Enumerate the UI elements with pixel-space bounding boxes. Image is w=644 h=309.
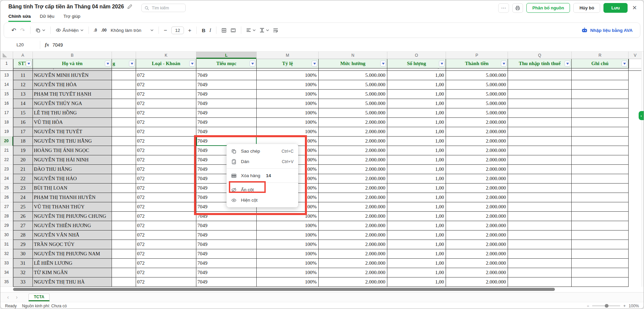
column-header-L[interactable]: L — [196, 52, 257, 59]
cell-L18[interactable]: 7049 — [196, 118, 257, 127]
cell-O34[interactable]: 1,00 — [387, 268, 446, 277]
cell-K27[interactable]: 072 — [136, 202, 196, 212]
cell-B22[interactable]: NGUYỄN THỊ HẢI NINH — [33, 155, 112, 165]
cell-P16[interactable]: 5.000.000 — [446, 99, 508, 108]
select-all-corner[interactable] — [0, 52, 13, 59]
cell-B16[interactable]: NGUYỄN THÚY NGA — [33, 99, 112, 108]
cell-K19[interactable]: 072 — [136, 127, 196, 137]
cell-Q19[interactable] — [508, 127, 572, 137]
cell-K20[interactable]: 072 — [136, 137, 196, 146]
cell-V25[interactable] — [629, 184, 642, 193]
vertical-align-button[interactable] — [260, 28, 269, 33]
cell-B28[interactable]: NGUYỄN THỊ PHƯƠNG CHUNG — [33, 212, 112, 221]
italic-button[interactable]: I — [209, 28, 211, 33]
menu-item-show-column[interactable]: Hiện cột — [227, 195, 298, 205]
cell-V34[interactable] — [629, 268, 642, 277]
cell-K22[interactable]: 072 — [136, 155, 196, 165]
row-number-20[interactable]: 20 — [0, 137, 13, 146]
rounding-dropdown[interactable]: Không làm tròn — [111, 28, 153, 33]
cell-V15[interactable] — [629, 90, 642, 99]
cell-O33[interactable]: 1,00 — [387, 259, 446, 268]
cell-Q32[interactable] — [508, 249, 572, 259]
merge-cells-button[interactable] — [231, 28, 236, 33]
cell-N32[interactable]: 2.000.000 — [319, 249, 387, 259]
cell-A23[interactable]: 21 — [13, 165, 33, 174]
row-number-28[interactable]: 28 — [0, 212, 13, 221]
cell-L16[interactable]: 7049 — [196, 99, 257, 108]
column-header-Q[interactable]: Q — [508, 52, 572, 59]
increase-decimal-button[interactable]: .00 — [101, 28, 107, 33]
cell-R14[interactable] — [572, 80, 629, 90]
row-number-24[interactable]: 24 — [0, 174, 13, 184]
cell-P27[interactable]: 2.000.000 — [446, 202, 508, 212]
cell-A18[interactable]: 16 — [13, 118, 33, 127]
cell-B15[interactable]: PHẠM THỊ TUYẾT HẠNH — [33, 90, 112, 99]
cell-A32[interactable]: 30 — [13, 249, 33, 259]
cell-A30[interactable]: 28 — [13, 230, 33, 240]
cell-N13[interactable]: 5.000.000 — [319, 71, 387, 80]
cell-B17[interactable]: LÊ THỊ THU HỒNG — [33, 108, 112, 118]
row-number-33[interactable]: 33 — [0, 259, 13, 268]
copy-button[interactable] — [36, 28, 45, 33]
cell-Q24[interactable] — [508, 174, 572, 184]
zoom-slider[interactable] — [592, 305, 620, 306]
filter-dropdown-icon[interactable] — [312, 61, 317, 66]
decrease-font-button[interactable]: − — [164, 28, 167, 33]
cell-V24[interactable] — [629, 174, 642, 184]
row-number-13[interactable]: 13 — [0, 71, 13, 80]
cell-B33[interactable]: LÊ HIỀN LƯƠNG — [33, 259, 112, 268]
cell-K28[interactable]: 072 — [136, 212, 196, 221]
cell-A12[interactable]: 10 — [13, 68, 33, 71]
cell-hidden15[interactable] — [112, 90, 136, 99]
row-number-30[interactable]: 30 — [0, 230, 13, 240]
cell-K24[interactable]: 072 — [136, 174, 196, 184]
cell-M29[interactable]: 100% — [257, 221, 319, 230]
tab-data[interactable]: Dữ liệu — [40, 14, 55, 22]
ava-input-button[interactable]: Nhập liệu bằng AVA — [581, 28, 633, 33]
cell-N25[interactable]: 2.000.000 — [319, 184, 387, 193]
cell-A20[interactable]: 18 — [13, 137, 33, 146]
cell-V12[interactable] — [629, 68, 642, 71]
column-header-M[interactable]: M — [257, 52, 319, 59]
cell-Q35[interactable] — [508, 277, 572, 287]
cell-M34[interactable]: 100% — [257, 268, 319, 277]
cell-hidden23[interactable] — [112, 165, 136, 174]
cell-P32[interactable]: 2.000.000 — [446, 249, 508, 259]
cell-hidden18[interactable] — [112, 118, 136, 127]
cell-O29[interactable]: 1,00 — [387, 221, 446, 230]
decrease-decimal-button[interactable]: .0 — [94, 28, 97, 33]
cell-Q28[interactable] — [508, 212, 572, 221]
cell-Q25[interactable] — [508, 184, 572, 193]
cell-R26[interactable] — [572, 193, 629, 202]
cell-hidden31[interactable] — [112, 240, 136, 249]
cell-R19[interactable] — [572, 127, 629, 137]
cell-L12[interactable]: 7049 — [196, 68, 257, 71]
cell-R28[interactable] — [572, 212, 629, 221]
cell-Q27[interactable] — [508, 202, 572, 212]
cell-B29[interactable]: NGUYỄN THIÊN HƯƠNG — [33, 221, 112, 230]
cell-P13[interactable]: 5.000.000 — [446, 71, 508, 80]
cell-reference-box[interactable]: L20 — [0, 42, 40, 47]
cell-P19[interactable]: 2.000.000 — [446, 127, 508, 137]
cell-P35[interactable]: 2.000.000 — [446, 277, 508, 287]
cell-N17[interactable]: 5.000.000 — [319, 108, 387, 118]
cell-P22[interactable]: 2.000.000 — [446, 155, 508, 165]
cell-hidden27[interactable] — [112, 202, 136, 212]
cell-P24[interactable]: 2.000.000 — [446, 174, 508, 184]
cell-N28[interactable]: 2.000.000 — [319, 212, 387, 221]
sheet-nav-prev-icon[interactable]: ‹ — [5, 294, 11, 300]
cell-N31[interactable]: 2.000.000 — [319, 240, 387, 249]
filter-dropdown-icon[interactable] — [105, 61, 111, 66]
cell-N30[interactable]: 2.000.000 — [319, 230, 387, 240]
row-number-1[interactable]: 1 — [0, 59, 13, 68]
column-header-K[interactable]: K — [136, 52, 196, 59]
cell-V29[interactable] — [629, 221, 642, 230]
tab-help[interactable]: Trợ giúp — [63, 14, 80, 22]
row-number-29[interactable]: 29 — [0, 221, 13, 230]
cell-R17[interactable] — [572, 108, 629, 118]
row-number-32[interactable]: 32 — [0, 249, 13, 259]
cell-Q12[interactable] — [508, 68, 572, 71]
cell-L35[interactable]: 7049 — [196, 277, 257, 287]
filter-dropdown-icon[interactable] — [129, 61, 135, 66]
cell-P20[interactable]: 2.000.000 — [446, 137, 508, 146]
